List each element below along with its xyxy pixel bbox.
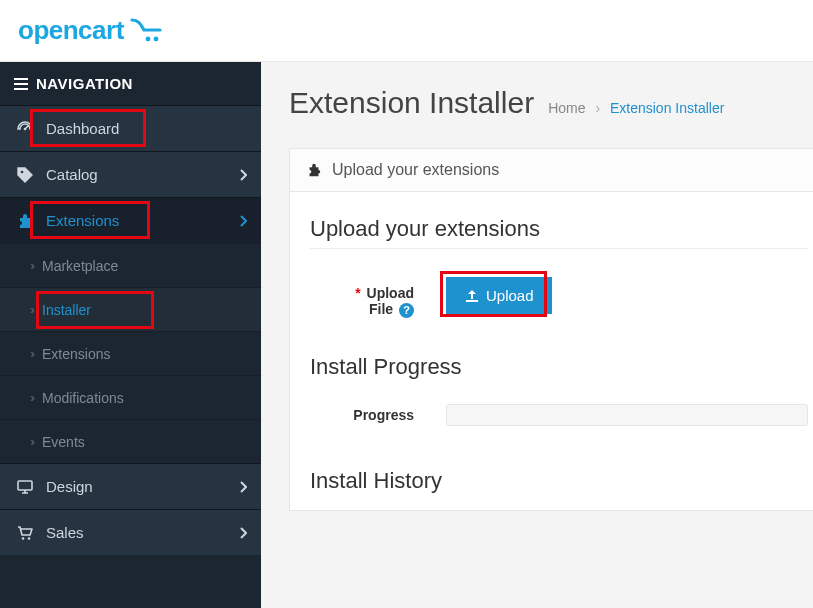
double-chevron-icon: ›› [30, 347, 32, 361]
progress-section-title: Install Progress [310, 354, 808, 386]
menu-icon [14, 78, 28, 90]
svg-point-5 [22, 537, 25, 540]
puzzle-icon [306, 162, 322, 178]
brand-text: opencart [18, 15, 124, 46]
svg-rect-7 [466, 300, 478, 302]
sidebar-item-label: Catalog [46, 166, 98, 183]
upload-button-label: Upload [486, 287, 534, 304]
upload-label-line1: Upload [367, 285, 414, 301]
installer-panel: Upload your extensions Upload your exten… [289, 148, 813, 511]
sidebar-item-dashboard[interactable]: Dashboard [0, 105, 261, 151]
upload-label-line2: File [369, 301, 393, 317]
sidebar-item-label: Marketplace [42, 258, 118, 274]
upload-form-row: * Upload File ? Upload [310, 263, 808, 348]
panel-body: Upload your extensions * Upload File ? [290, 192, 813, 510]
cart-icon [130, 18, 164, 44]
required-star: * [355, 285, 360, 301]
sidebar: NAVIGATION Dashboard Catalog Extensions [0, 62, 261, 608]
brand-logo[interactable]: opencart [18, 15, 164, 46]
sidebar-item-label: Design [46, 478, 93, 495]
breadcrumb: Home › Extension Installer [548, 100, 724, 116]
top-header: opencart [0, 0, 813, 62]
svg-point-2 [24, 127, 27, 130]
sidebar-sub-modifications[interactable]: ›› Modifications [0, 375, 261, 419]
svg-point-0 [145, 36, 150, 41]
sidebar-item-label: Extensions [42, 346, 110, 362]
chevron-right-icon [239, 215, 247, 227]
double-chevron-icon: ›› [30, 259, 32, 273]
upload-icon [464, 289, 480, 303]
progress-label: Progress [310, 407, 420, 423]
svg-point-3 [21, 170, 24, 173]
upload-file-label: * Upload File ? [310, 277, 420, 318]
nav-header-label: NAVIGATION [36, 75, 133, 92]
upload-button[interactable]: Upload [446, 277, 552, 314]
double-chevron-icon: ›› [30, 391, 32, 405]
main-content: Extension Installer Home › Extension Ins… [261, 62, 813, 608]
history-section-title: Install History [310, 468, 808, 500]
double-chevron-icon: ›› [30, 303, 32, 317]
upload-button-wrap: Upload [446, 277, 552, 314]
sidebar-item-label: Modifications [42, 390, 124, 406]
upload-section-title: Upload your extensions [310, 216, 808, 249]
breadcrumb-separator: › [595, 100, 600, 116]
nav-header: NAVIGATION [0, 62, 261, 105]
dashboard-icon [14, 120, 36, 138]
monitor-icon [14, 478, 36, 496]
tag-icon [14, 166, 36, 184]
breadcrumb-home[interactable]: Home [548, 100, 585, 116]
chevron-right-icon [239, 481, 247, 493]
puzzle-icon [14, 212, 36, 230]
double-chevron-icon: ›› [30, 435, 32, 449]
sidebar-item-label: Extensions [46, 212, 119, 229]
progress-row: Progress [310, 386, 808, 426]
panel-header: Upload your extensions [290, 149, 813, 192]
sidebar-item-sales[interactable]: Sales [0, 509, 261, 555]
sidebar-item-label: Events [42, 434, 85, 450]
page-title: Extension Installer [289, 86, 534, 120]
sidebar-item-extensions[interactable]: Extensions [0, 197, 261, 243]
panel-header-label: Upload your extensions [332, 161, 499, 179]
sidebar-sub-events[interactable]: ›› Events [0, 419, 261, 463]
sidebar-sub-extensions[interactable]: ›› Extensions [0, 331, 261, 375]
help-icon[interactable]: ? [399, 303, 414, 318]
cart-icon [14, 524, 36, 542]
progress-bar [446, 404, 808, 426]
sidebar-item-catalog[interactable]: Catalog [0, 151, 261, 197]
sidebar-item-label: Dashboard [46, 120, 119, 137]
svg-point-1 [153, 36, 158, 41]
sidebar-item-label: Installer [42, 302, 91, 318]
sidebar-sub-installer[interactable]: ›› Installer [0, 287, 261, 331]
page-header: Extension Installer Home › Extension Ins… [261, 62, 813, 130]
svg-rect-4 [18, 481, 32, 490]
sidebar-sub-marketplace[interactable]: ›› Marketplace [0, 243, 261, 287]
chevron-right-icon [239, 527, 247, 539]
svg-point-6 [28, 537, 31, 540]
chevron-right-icon [239, 169, 247, 181]
sidebar-item-label: Sales [46, 524, 84, 541]
sidebar-item-design[interactable]: Design [0, 463, 261, 509]
breadcrumb-current[interactable]: Extension Installer [610, 100, 724, 116]
